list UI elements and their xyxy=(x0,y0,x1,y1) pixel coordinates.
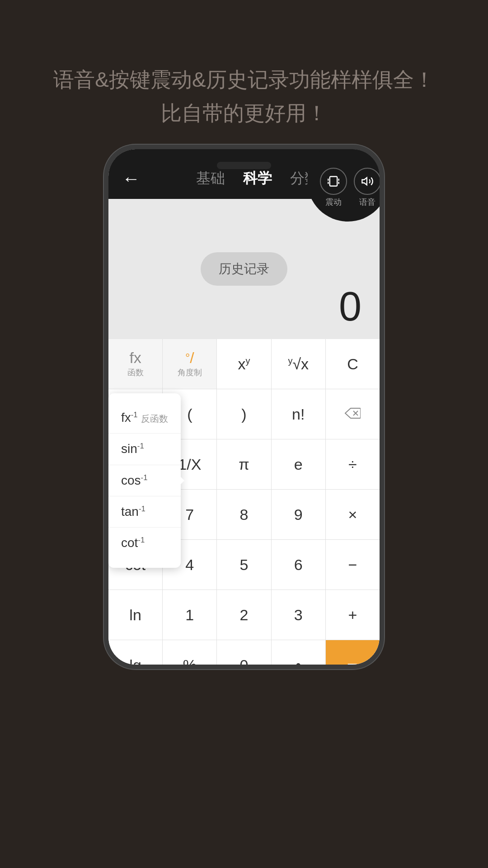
0-button[interactable]: 0 xyxy=(217,640,271,665)
vibrate-label: 震动 xyxy=(325,197,342,208)
3-button[interactable]: 3 xyxy=(272,590,326,640)
key-row-1: fx 函数 °/ 角度制 xy y√x C xyxy=(108,339,380,389)
tab-science[interactable]: 科学 xyxy=(243,169,272,189)
display-value: 0 xyxy=(339,283,361,330)
key-row-7: lg % 0 • ＝ xyxy=(108,640,380,665)
phone-screen: ← 基础 科学 分数 xyxy=(108,149,380,665)
tab-basic[interactable]: 基础 xyxy=(196,169,225,189)
equals-button[interactable]: ＝ xyxy=(326,640,380,665)
keyboard: fx-1 反函数 sin-1 cos-1 tan-1 cot-1 fx 函数 °… xyxy=(108,339,380,665)
phone-frame: ← 基础 科学 分数 xyxy=(104,145,384,669)
pi-button[interactable]: π xyxy=(217,439,271,489)
degree-button[interactable]: °/ 角度制 xyxy=(163,339,217,389)
divide-button[interactable]: ÷ xyxy=(326,439,380,489)
sound-button[interactable]: 语音 xyxy=(354,168,380,208)
factorial-button[interactable]: n! xyxy=(272,389,326,439)
subtract-button[interactable]: − xyxy=(326,540,380,590)
5-button[interactable]: 5 xyxy=(217,540,271,590)
fx-button[interactable]: fx 函数 xyxy=(108,339,163,389)
ln-button[interactable]: ln xyxy=(108,590,163,640)
root-button[interactable]: y√x xyxy=(272,339,326,389)
promo-section: 语音&按键震动&历史记录功能样样俱全！ 比自带的更好用！ xyxy=(0,63,488,130)
key-row-6: ln 1 2 3 + xyxy=(108,590,380,640)
percent-button[interactable]: % xyxy=(163,640,217,665)
nav-bar: ← 基础 科学 分数 xyxy=(108,149,380,199)
rparen-button[interactable]: ) xyxy=(217,389,271,439)
power-button[interactable]: xy xyxy=(217,339,271,389)
multiply-button[interactable]: × xyxy=(326,490,380,539)
back-button[interactable]: ← xyxy=(122,169,140,189)
sound-label: 语音 xyxy=(359,197,375,208)
popup-fx-inv[interactable]: fx-1 反函数 xyxy=(108,402,181,434)
2-button[interactable]: 2 xyxy=(217,590,271,640)
sound-icon xyxy=(354,168,380,195)
promo-line2: 比自带的更好用！ xyxy=(27,97,461,130)
add-button[interactable]: + xyxy=(326,590,380,640)
1-button[interactable]: 1 xyxy=(163,590,217,640)
6-button[interactable]: 6 xyxy=(272,540,326,590)
backspace-button[interactable] xyxy=(326,389,380,439)
lg-button[interactable]: lg xyxy=(108,640,163,665)
decimal-button[interactable]: • xyxy=(272,640,326,665)
8-button[interactable]: 8 xyxy=(217,490,271,539)
popup-cot-inv[interactable]: cot-1 xyxy=(108,528,181,558)
history-button[interactable]: 历史记录 xyxy=(201,252,287,286)
vibrate-button[interactable]: 震动 xyxy=(320,168,347,208)
e-button[interactable]: e xyxy=(272,439,326,489)
phone-speaker xyxy=(217,162,271,169)
svg-rect-0 xyxy=(329,177,337,186)
popup-sin-inv[interactable]: sin-1 xyxy=(108,434,181,465)
popup-tan-inv[interactable]: tan-1 xyxy=(108,496,181,528)
svg-marker-5 xyxy=(362,178,367,185)
9-button[interactable]: 9 xyxy=(272,490,326,539)
fx-popup: fx-1 反函数 sin-1 cos-1 tan-1 cot-1 xyxy=(108,393,181,568)
vibrate-icon xyxy=(320,168,347,195)
promo-line1: 语音&按键震动&历史记录功能样样俱全！ xyxy=(27,63,461,97)
clear-button[interactable]: C xyxy=(326,339,380,389)
popup-cos-inv[interactable]: cos-1 xyxy=(108,465,181,496)
